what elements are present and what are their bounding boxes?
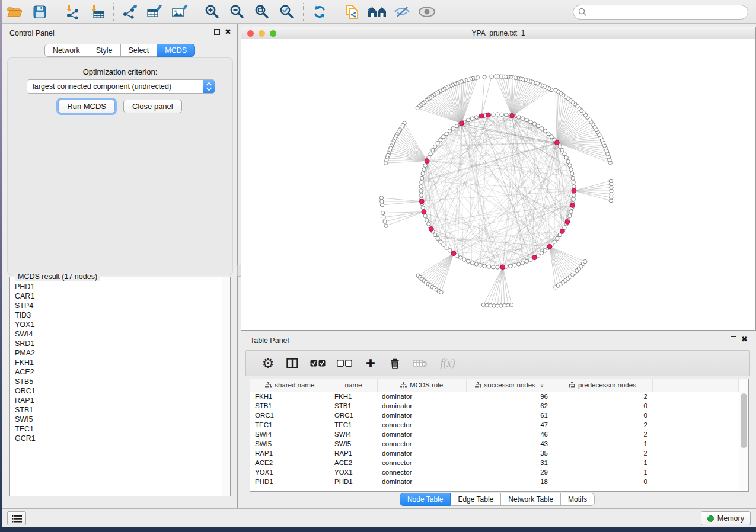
cell-successor_nodes[interactable]: 31 (466, 458, 553, 467)
tab-style[interactable]: Style (88, 44, 121, 57)
cell-successor_nodes[interactable]: 43 (466, 439, 553, 448)
delete-column-icon[interactable] (382, 354, 407, 372)
cell-successor_nodes[interactable]: 35 (466, 448, 553, 458)
cell-shared_name[interactable]: STB1 (250, 401, 330, 411)
mcds-result-item[interactable]: STP4 (15, 301, 221, 310)
cell-predecessor_nodes[interactable]: 2 (553, 430, 652, 439)
add-column-icon[interactable]: ✚ (359, 354, 382, 372)
table-row[interactable]: PHD1PHD1dominator180 (250, 477, 739, 486)
import-table-icon[interactable] (87, 2, 107, 21)
table-row[interactable]: ORC1ORC1dominator610 (250, 411, 739, 420)
cell-successor_nodes[interactable]: 47 (466, 420, 553, 430)
float-table-panel-icon[interactable] (731, 336, 736, 342)
table-row[interactable]: TEC1TEC1connector472 (250, 420, 739, 430)
mcds-result-item[interactable]: SWI4 (15, 329, 221, 339)
tab-network[interactable]: Network (44, 44, 88, 57)
home-views-icon[interactable] (367, 2, 387, 21)
cell-shared_name[interactable]: FKH1 (250, 392, 330, 401)
table-row[interactable]: FKH1FKH1dominator962 (250, 392, 739, 401)
cell-predecessor_nodes[interactable]: 2 (553, 392, 652, 401)
mcds-result-item[interactable]: CAR1 (15, 291, 221, 301)
cell-mcds_role[interactable]: connector (377, 458, 466, 467)
save-icon[interactable] (30, 2, 50, 21)
cell-mcds_role[interactable]: dominator (377, 477, 466, 486)
cell-predecessor_nodes[interactable]: 0 (553, 411, 652, 420)
cell-name[interactable]: ORC1 (330, 411, 377, 420)
cell-mcds_role[interactable]: dominator (377, 392, 466, 401)
table-row[interactable]: RAP1RAP1dominator352 (250, 448, 739, 458)
cell-mcds_role[interactable]: connector (377, 420, 466, 430)
result-scrollbar[interactable] (222, 277, 230, 496)
mcds-result-item[interactable]: TEC1 (15, 424, 221, 434)
mcds-result-list[interactable]: PHD1CAR1STP4TID3YOX1SWI4SRD1PMA2FKH1ACE2… (11, 282, 221, 495)
cell-successor_nodes[interactable]: 61 (466, 411, 553, 420)
tab-select[interactable]: Select (121, 44, 158, 57)
search-input[interactable] (590, 8, 748, 17)
close-panel-button[interactable]: Close panel (123, 100, 182, 113)
cell-mcds_role[interactable]: connector (377, 467, 466, 477)
tab-node-table[interactable]: Node Table (400, 493, 451, 506)
network-graph[interactable] (241, 39, 755, 330)
network-canvas[interactable] (241, 39, 755, 330)
mcds-result-item[interactable]: ACE2 (15, 367, 221, 377)
cell-predecessor_nodes[interactable]: 2 (553, 420, 652, 430)
node-table[interactable]: shared namenameMCDS rolesuccessor nodes∨… (250, 379, 739, 486)
column-header-name[interactable]: name (330, 379, 377, 392)
export-image-icon[interactable] (170, 2, 190, 21)
export-network-icon[interactable] (120, 2, 140, 21)
cell-shared_name[interactable]: TEC1 (250, 420, 330, 430)
cell-name[interactable]: PHD1 (330, 477, 377, 486)
cell-shared_name[interactable]: ACE2 (250, 458, 330, 467)
cell-mcds_role[interactable]: dominator (377, 430, 466, 439)
table-row[interactable]: YOX1YOX1connector291 (250, 467, 739, 477)
mcds-result-item[interactable]: TID3 (15, 310, 221, 320)
select-all-checkboxes-icon[interactable] (305, 354, 330, 372)
network-title-bar[interactable]: YPA_prune.txt_1 (241, 27, 755, 39)
cell-name[interactable]: ACE2 (330, 458, 377, 467)
zoom-in-icon[interactable] (202, 2, 222, 21)
cell-successor_nodes[interactable]: 18 (466, 477, 553, 486)
tab-network-table[interactable]: Network Table (501, 493, 561, 506)
cell-name[interactable]: FKH1 (330, 392, 377, 401)
column-header-shared-name[interactable]: shared name (250, 379, 330, 392)
cell-predecessor_nodes[interactable]: 1 (553, 467, 652, 477)
cell-predecessor_nodes[interactable]: 2 (553, 448, 652, 458)
deselect-checkboxes-icon[interactable] (330, 354, 359, 372)
column-header-successor-nodes[interactable]: successor nodes∨ (466, 379, 553, 392)
mcds-result-item[interactable]: SWI5 (15, 415, 221, 424)
copy-network-icon[interactable] (342, 2, 362, 21)
cell-predecessor_nodes[interactable]: 0 (553, 401, 652, 411)
delete-table-icon[interactable] (407, 354, 433, 372)
criterion-select[interactable]: largest connected component (undirected) (27, 79, 215, 94)
cell-name[interactable]: TEC1 (330, 420, 377, 430)
zoom-out-icon[interactable] (227, 2, 247, 21)
cell-successor_nodes[interactable]: 62 (466, 401, 553, 411)
close-panel-icon[interactable]: ✖ (225, 29, 231, 35)
mcds-result-item[interactable]: GCR1 (15, 434, 221, 443)
search-box[interactable] (573, 5, 748, 20)
tab-motifs[interactable]: Motifs (561, 493, 595, 506)
cell-shared_name[interactable]: PHD1 (250, 477, 330, 486)
gear-icon[interactable]: ⚙ (257, 354, 279, 372)
table-scrollbar[interactable] (739, 379, 748, 491)
float-panel-icon[interactable] (214, 29, 220, 35)
cell-mcds_role[interactable]: dominator (377, 411, 466, 420)
run-mcds-button[interactable]: Run MCDS (58, 100, 115, 113)
cell-mcds_role[interactable]: connector (377, 439, 466, 448)
sort-chevron-icon[interactable]: ∨ (540, 383, 544, 389)
cell-shared_name[interactable]: ORC1 (250, 411, 330, 420)
zoom-fit-icon[interactable] (252, 2, 272, 21)
refresh-icon[interactable] (310, 2, 330, 21)
split-columns-icon[interactable] (279, 354, 305, 372)
cell-shared_name[interactable]: SWI5 (250, 439, 330, 448)
hide-eye-icon[interactable] (392, 2, 412, 21)
cell-name[interactable]: SWI5 (330, 439, 377, 448)
mcds-result-item[interactable]: SRD1 (15, 339, 221, 348)
function-builder-icon[interactable]: f(x) (433, 354, 462, 372)
memory-button[interactable]: Memory (701, 511, 751, 525)
import-network-icon[interactable] (62, 2, 82, 21)
cell-predecessor_nodes[interactable]: 0 (553, 477, 652, 486)
cell-shared_name[interactable]: SWI4 (250, 430, 330, 439)
mcds-result-item[interactable]: RAP1 (15, 396, 221, 405)
table-row[interactable]: ACE2ACE2connector311 (250, 458, 739, 467)
